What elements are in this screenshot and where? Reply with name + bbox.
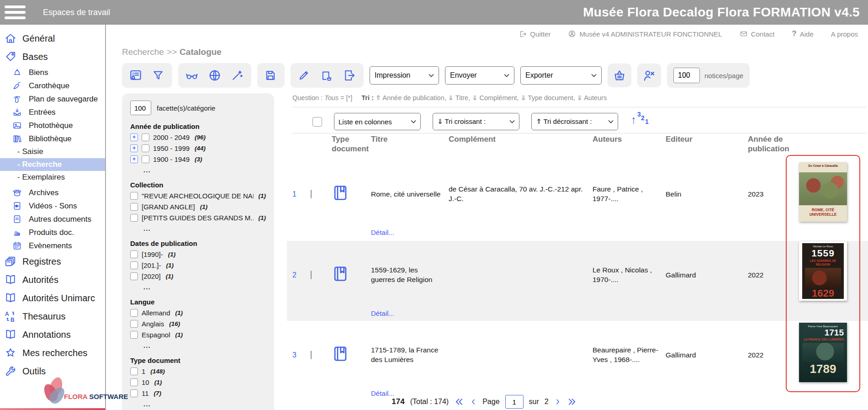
sidebar-item-bases[interactable]: Bases (0, 48, 105, 66)
facet-checkbox[interactable] (130, 272, 138, 280)
facet-more-link[interactable]: ... (143, 400, 266, 408)
book-type-icon[interactable] (332, 344, 349, 363)
row-checkbox[interactable] (311, 190, 312, 198)
row-number-link[interactable]: 3 (292, 350, 311, 360)
list-search-button[interactable] (129, 69, 143, 82)
row-checkbox[interactable] (311, 271, 312, 279)
facet-checkbox[interactable] (130, 250, 138, 258)
sidebar-item-general[interactable]: Général (0, 29, 105, 48)
sidebar-item-saisie[interactable]: - Saisie (0, 145, 105, 158)
liste-en-colonnes-select[interactable]: Liste en colonnes (334, 113, 421, 130)
globe-button[interactable] (208, 69, 222, 82)
facet-checkbox[interactable] (130, 320, 138, 328)
sidebar-item-videos-sons[interactable]: Vidéos - Sons (0, 199, 105, 213)
sidebar-item-carotheque[interactable]: Carothèque (0, 79, 105, 92)
detail-link[interactable]: Détail... (371, 229, 394, 236)
facet-checkbox[interactable] (130, 389, 138, 397)
facet-checkbox[interactable] (130, 309, 138, 317)
sidebar-item-thesaurus[interactable]: AB Thesaurus (0, 307, 105, 325)
first-page-button[interactable] (454, 397, 464, 406)
facet-more-link[interactable]: ... (143, 166, 266, 174)
sidebar-item-exemplaires[interactable]: - Exemplaires (0, 171, 105, 184)
contact-link[interactable]: Contact (740, 30, 775, 38)
row-checkbox[interactable] (311, 351, 312, 359)
envoyer-select[interactable]: Envoyer (445, 66, 514, 85)
facet-checkbox[interactable] (142, 144, 149, 152)
sort-321-button[interactable]: 3 2 1 ↑ (630, 112, 648, 131)
menu-hamburger-icon[interactable] (5, 5, 26, 19)
filter-funnel-button[interactable] (152, 69, 165, 82)
facet-more-link[interactable]: ... (143, 225, 266, 232)
book-type-icon[interactable] (332, 264, 349, 283)
user-remove-button[interactable] (637, 64, 661, 87)
sidebar-item-archives[interactable]: Archives (0, 186, 105, 199)
impression-select[interactable]: Impression (370, 66, 439, 85)
facet-checkbox[interactable] (130, 261, 138, 269)
cover-thumbnail-1715[interactable]: Pierre-Yves Beaurepaire 1715 LA FRANCE D… (799, 323, 847, 382)
sidebar-item-entrees[interactable]: Entrées (0, 106, 105, 119)
row-number-link[interactable]: 2 (292, 270, 311, 280)
save-button[interactable] (264, 69, 278, 82)
detail-link[interactable]: Détail... (371, 309, 394, 317)
exit-icon (519, 30, 527, 38)
sidebar-item-phototheque[interactable]: Photothèque (0, 119, 105, 132)
cover-thumbnail-rome[interactable]: De César à Caracalla ROME, CITÉ UNIVERSE… (799, 162, 847, 222)
next-page-button[interactable] (554, 397, 561, 406)
edit-pencil-button[interactable] (297, 69, 311, 82)
expand-plus-icon[interactable]: + (130, 155, 138, 163)
tri-decroissant-select[interactable]: ⇑ Tri décroissant : (531, 113, 618, 130)
sidebar-item-recherche[interactable]: - Recherche (0, 158, 105, 171)
quitter-link[interactable]: Quitter (519, 30, 550, 38)
sidebar-item-biens[interactable]: Biens (0, 66, 105, 79)
column-header-editeur[interactable]: Editeur (666, 134, 748, 154)
tri-croissant-select[interactable]: ⇓ Tri croissant : (433, 113, 519, 130)
document-basket-button[interactable] (320, 69, 334, 82)
facet-checkbox[interactable] (142, 133, 149, 141)
facet-checkbox[interactable] (130, 203, 138, 211)
sidebar-item-autorites[interactable]: Autorités (0, 271, 105, 289)
column-header-auteurs[interactable]: Auteurs (593, 134, 666, 154)
basket-button[interactable] (608, 64, 631, 87)
sidebar-item-registres[interactable]: Registres (0, 252, 105, 271)
document-export-button[interactable] (343, 69, 357, 82)
facet-checkbox[interactable] (130, 378, 138, 386)
book-type-icon[interactable] (332, 183, 349, 202)
notices-per-page-input[interactable] (673, 68, 700, 83)
column-header-annee[interactable]: Année de publication (748, 134, 814, 154)
row-number-link[interactable]: 1 (292, 189, 311, 199)
facet-more-link[interactable]: ... (143, 342, 266, 349)
aide-link[interactable]: ? Aide (792, 29, 813, 38)
sidebar-item-mes-recherches[interactable]: Mes recherches (0, 344, 105, 362)
magic-wand-button[interactable] (231, 69, 244, 82)
sidebar-item-annotations[interactable]: Annotations (0, 325, 105, 344)
apropos-link[interactable]: A propos (831, 30, 858, 38)
expand-plus-icon[interactable]: + (130, 144, 138, 152)
prev-page-button[interactable] (470, 397, 477, 406)
page-number-input[interactable] (505, 395, 524, 409)
sidebar-item-autorites-unimarc[interactable]: Autorités Unimarc (0, 289, 105, 307)
last-page-button[interactable] (567, 397, 577, 406)
sidebar-item-evenements[interactable]: Evènements (0, 239, 105, 252)
facet-count-input[interactable] (130, 101, 151, 115)
column-header-complement[interactable]: Complément (449, 134, 593, 154)
sidebar-item-plan-sauvegarde[interactable]: Plan de sauvegarde (0, 92, 105, 106)
user-menu[interactable]: Musée v4 ADMINISTRATEUR FONCTIONNEL (568, 30, 722, 38)
sidebar-item-bibliotheque[interactable]: Bibliothèque (0, 132, 105, 145)
facet-checkbox[interactable] (130, 367, 138, 375)
sidebar-item-autres-documents[interactable]: Autres documents (0, 213, 105, 226)
select-all-checkbox[interactable] (312, 117, 322, 127)
facet-checkbox[interactable] (130, 192, 138, 200)
column-header-type[interactable]: Type document (332, 134, 371, 154)
facet-checkbox[interactable] (130, 331, 138, 339)
glasses-button[interactable] (185, 69, 199, 82)
facet-checkbox[interactable] (142, 155, 149, 163)
facet-checkbox[interactable] (130, 214, 138, 222)
facet-more-link[interactable]: ... (143, 283, 266, 291)
exporter-select[interactable]: Exporter (520, 66, 602, 85)
breadcrumb-section[interactable]: Recherche (122, 47, 164, 57)
column-header-titre[interactable]: Titre (371, 134, 449, 154)
sidebar-item-produits-doc[interactable]: Produits doc. (0, 226, 105, 239)
cover-thumbnail-1559[interactable]: Nicolas Le Roux 1559 LES GUERRES DE RELI… (799, 241, 847, 301)
expand-plus-icon[interactable]: + (130, 133, 138, 141)
results-table: 1 Rome, cité universelle de César à Cara… (287, 160, 868, 410)
